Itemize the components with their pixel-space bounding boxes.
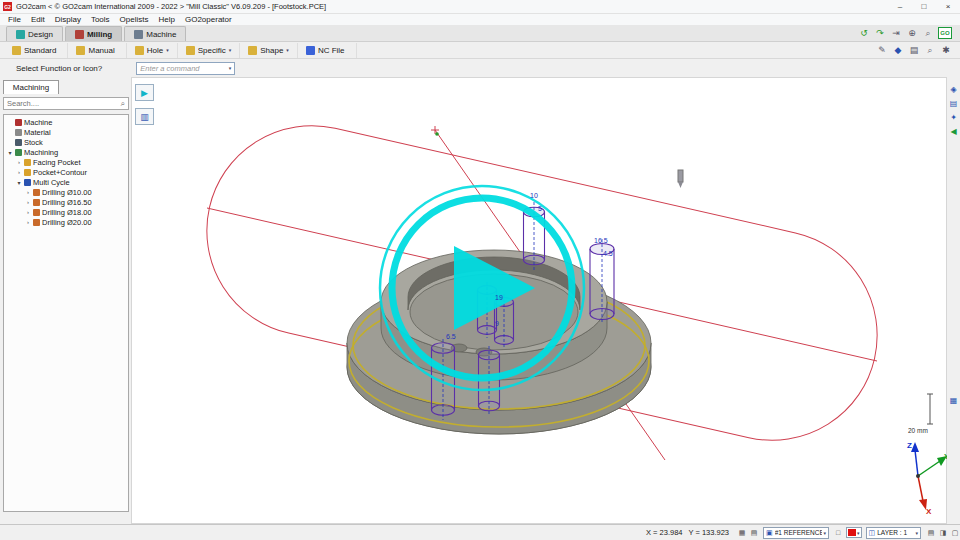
machining-node-icon: [15, 149, 22, 156]
command-row: Select Function or Icon? Enter a command…: [0, 59, 960, 77]
tree-item[interactable]: › Facing Pocket: [4, 157, 128, 167]
search-box[interactable]: ⌕: [3, 97, 129, 110]
zoom-fit-icon[interactable]: ⊕: [906, 27, 918, 39]
drilling-icon: [33, 209, 40, 216]
tree-expander[interactable]: ▾: [7, 149, 13, 156]
machining-panel: Machining ⌕ Machine Material Stock: [2, 80, 130, 524]
command-combobox[interactable]: Enter a command ▾: [136, 62, 235, 75]
snap-grid-icon[interactable]: ▦: [737, 528, 747, 538]
tree-item[interactable]: Machine: [4, 117, 128, 127]
tree-item[interactable]: › Pocket+Contour: [4, 167, 128, 177]
zoom-icon[interactable]: ⌕: [922, 27, 934, 39]
reference-select[interactable]: ▣ #1 REFERENCE ▾: [763, 527, 829, 539]
tree-item[interactable]: › Drilling Ø10.00: [4, 187, 128, 197]
caret-down-icon: ▾: [229, 47, 232, 53]
viewport-3d[interactable]: Z Y X 10516.54.51996.5 20 mm ▶▥: [131, 77, 947, 524]
toolbar-button[interactable]: Shape ▾: [240, 43, 298, 58]
menu-item[interactable]: Edit: [26, 15, 50, 24]
toolbar-button[interactable]: Standard: [4, 43, 68, 58]
collapse-icon[interactable]: ◀: [948, 126, 959, 137]
tree-item[interactable]: Material: [4, 127, 128, 137]
tool-preview: [678, 170, 683, 188]
dimension-label: 6.5: [446, 333, 456, 340]
tree-item[interactable]: › Drilling Ø18.00: [4, 207, 128, 217]
dimension-label: 10: [530, 192, 538, 199]
ribbon-tab[interactable]: Milling: [65, 26, 122, 41]
dimension-label: 19: [495, 294, 503, 301]
status-small-icons: □: [833, 528, 843, 538]
reference-label: #1 REFERENCE: [775, 529, 822, 536]
toolbar-button-label: Standard: [24, 46, 56, 55]
ribbon-tab[interactable]: Design: [6, 26, 63, 41]
tree-item-label: Drilling Ø16.50: [42, 198, 92, 207]
frame-icon[interactable]: ▢: [950, 528, 960, 538]
tree-expander[interactable]: ›: [25, 189, 31, 195]
toolbar-button-label: Shape: [260, 46, 283, 55]
toolbar-button[interactable]: Hole ▾: [127, 43, 178, 58]
view-front-icon[interactable]: ✦: [948, 112, 959, 123]
tree-expander[interactable]: ›: [16, 159, 22, 165]
go2operator-logo[interactable]: GO: [938, 27, 952, 39]
attribute-icon[interactable]: □: [833, 528, 843, 538]
ribbon-tab-label: Machine: [146, 30, 176, 39]
ribbon-tab[interactable]: Machine: [124, 26, 186, 41]
layer-icon: ◫: [869, 529, 876, 537]
design-tab-icon: [16, 30, 25, 39]
toolbar-button[interactable]: Manual: [68, 43, 126, 58]
tree-item[interactable]: › Drilling Ø20.00: [4, 217, 128, 227]
display-mode-icon[interactable]: ▤: [926, 528, 936, 538]
tree-item[interactable]: ▾ Machining: [4, 147, 128, 157]
view-iso-icon[interactable]: ◈: [948, 84, 959, 95]
menu-item[interactable]: Help: [154, 15, 180, 24]
menu-item[interactable]: Opelists: [115, 15, 154, 24]
tab-machining[interactable]: Machining: [3, 80, 59, 94]
toolbar-button-label: Specific: [198, 46, 226, 55]
status-right-icons: ▤◨▢: [926, 528, 960, 538]
menu-item[interactable]: GO2operator: [180, 15, 237, 24]
tree-expander[interactable]: ▾: [16, 179, 22, 186]
current-color-swatch: [848, 529, 856, 536]
tree-item[interactable]: › Drilling Ø16.50: [4, 197, 128, 207]
menu-item[interactable]: File: [3, 15, 26, 24]
search-input[interactable]: [7, 99, 121, 108]
edit-icon[interactable]: ✎: [876, 44, 888, 56]
specific-icon: [186, 46, 195, 55]
tree-expander[interactable]: ›: [25, 219, 31, 225]
origin-marker: [431, 126, 439, 136]
magnifier-icon[interactable]: ⌕: [924, 44, 936, 56]
simulation-play-icon[interactable]: ▶: [135, 84, 154, 101]
toolbar-button[interactable]: NC File: [298, 43, 357, 58]
tree-item[interactable]: ▾ Multi Cycle: [4, 177, 128, 187]
ribbon-tabs: Design Milling Machine: [0, 25, 960, 42]
color-swatch-select[interactable]: ▾: [846, 527, 862, 538]
tree-expander[interactable]: ›: [25, 199, 31, 205]
undo-icon[interactable]: ↺: [858, 27, 870, 39]
quick-icons-1: ↺↷⇥⊕⌕: [858, 27, 934, 39]
toolpath-list-icon[interactable]: ▥: [135, 108, 154, 125]
tree-expander[interactable]: ›: [25, 209, 31, 215]
layer-label: LAYER : 1: [877, 529, 913, 536]
tree-expander[interactable]: ›: [16, 169, 22, 175]
reference-icon: ▣: [766, 529, 773, 537]
toolbar-button[interactable]: Specific ▾: [178, 43, 241, 58]
window-title: GO2cam < © GO2cam International 2009 - 2…: [16, 2, 326, 11]
close-button[interactable]: ×: [936, 0, 960, 13]
layers-icon[interactable]: ▤: [908, 44, 920, 56]
settings-icon[interactable]: ✱: [940, 44, 952, 56]
redo-icon[interactable]: ↷: [874, 27, 886, 39]
viewport-buttons: ▶▥: [135, 84, 154, 125]
pan-icon[interactable]: ⇥: [890, 27, 902, 39]
search-icon: ⌕: [121, 99, 125, 109]
plane-icon[interactable]: ▤: [749, 528, 759, 538]
grid-icon[interactable]: ▦: [948, 395, 959, 406]
select-icon[interactable]: ◆: [892, 44, 904, 56]
maximize-button[interactable]: □: [912, 0, 936, 13]
tree-item[interactable]: Stock: [4, 137, 128, 147]
shading-icon[interactable]: ◨: [938, 528, 948, 538]
view-top-icon[interactable]: ▤: [948, 98, 959, 109]
machine-tab-icon: [134, 30, 143, 39]
menu-item[interactable]: Display: [50, 15, 86, 24]
menu-item[interactable]: Tools: [86, 15, 115, 24]
minimize-button[interactable]: –: [888, 0, 912, 13]
layer-select[interactable]: ◫ LAYER : 1 ▾: [866, 527, 921, 539]
